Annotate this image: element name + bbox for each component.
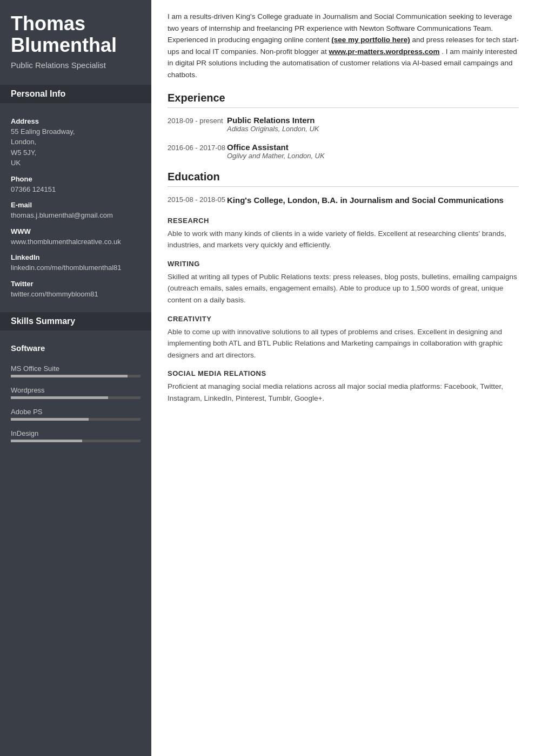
skill-name: InDesign [11,429,141,437]
candidate-title: Public Relations Specialist [11,60,141,71]
skill-item: InDesign [11,429,141,442]
skill-bar-bg [11,440,141,442]
skills-section: RESEARCH Able to work with many kinds of… [168,217,519,404]
edu-degree: King's College, London, B.A. in Journali… [227,194,519,206]
skill-name: Adobe PS [11,408,141,416]
software-section-header: Software [0,336,151,357]
email-label: E-mail [11,201,141,209]
skill-desc: Skilled at writing all types of Public R… [168,271,519,306]
education-section-title: Education [168,171,519,187]
portfolio-link[interactable]: (see my portfolio here) [331,36,410,44]
experience-section-title: Experience [168,92,519,108]
personal-info-section-header: Personal Info [0,85,151,103]
skill-bar-bg [11,396,141,399]
twitter-value: twitter.com/thommybloom81 [11,289,141,300]
skill-desc: Able to come up with innovative solution… [168,326,519,361]
exp-date: 2018-09 - present [168,116,227,133]
exp-org: Ogilvy and Mather, London, UK [227,152,519,160]
skill-desc: Proficient at managing social media rela… [168,381,519,404]
phone-label: Phone [11,175,141,183]
skill-item: MS Office Suite [11,364,141,377]
sidebar-header: Thomas Blumenthal Public Relations Speci… [0,0,151,79]
exp-date: 2016-06 - 2017-08 [168,143,227,160]
skill-name: MS Office Suite [11,364,141,373]
skill-name: Wordpress [11,386,141,394]
main-content: I am a results-driven King's College gra… [151,0,535,756]
skill-section-title: CREATIVITY [168,315,519,323]
www-value: www.thomblumenthalcreative.co.uk [11,237,141,247]
blog-link[interactable]: www.pr-matters.wordpress.com [329,48,439,56]
sidebar: Thomas Blumenthal Public Relations Speci… [0,0,151,756]
personal-info-content: Address 55 Ealing Broadway,London,W5 5JY… [0,103,151,307]
skill-detail-item: RESEARCH Able to work with many kinds of… [168,217,519,251]
education-section: Education 2015-08 - 2018-05 King's Colle… [168,171,519,206]
exp-role: Public Relations Intern [227,116,519,125]
skill-item: Wordpress [11,386,141,399]
experience-list: 2018-09 - present Public Relations Inter… [168,116,519,160]
intro-paragraph: I am a results-driven King's College gra… [168,11,519,81]
skill-bar-bg [11,418,141,421]
skill-detail-item: WRITING Skilled at writing all types of … [168,260,519,306]
skill-detail-item: CREATIVITY Able to come up with innovati… [168,315,519,361]
skill-desc: Able to work with many kinds of clients … [168,228,519,251]
experience-item: 2016-06 - 2017-08 Office Assistant Ogilv… [168,143,519,160]
skill-item: Adobe PS [11,408,141,421]
education-list: 2015-08 - 2018-05 King's College, London… [168,194,519,206]
exp-org: Adidas Originals, London, UK [227,125,519,133]
phone-value: 07366 124151 [11,184,141,195]
linkedin-label: LinkedIn [11,253,141,261]
exp-details: Office Assistant Ogilvy and Mather, Lond… [227,143,519,160]
linkedin-value: linkedin.com/me/thomblumenthal81 [11,262,141,273]
skill-bar-fill [11,396,108,399]
experience-item: 2018-09 - present Public Relations Inter… [168,116,519,133]
skill-bar-fill [11,375,128,377]
exp-details: Public Relations Intern Adidas Originals… [227,116,519,133]
skill-detail-item: SOCIAL MEDIA RELATIONS Proficient at man… [168,369,519,404]
address-label: Address [11,117,141,125]
www-label: WWW [11,227,141,235]
exp-role: Office Assistant [227,143,519,152]
skill-bar-bg [11,375,141,377]
address-value: 55 Ealing Broadway,London,W5 5JY,UK [11,126,141,168]
skills-summary-section-header: Skills Summary [0,312,151,330]
candidate-name: Thomas Blumenthal [11,13,141,56]
software-skills-list: MS Office Suite Wordpress Adobe PS InDes… [0,357,151,458]
skill-bar-fill [11,418,89,421]
education-item: 2015-08 - 2018-05 King's College, London… [168,194,519,206]
twitter-label: Twitter [11,280,141,288]
skill-bar-fill [11,440,82,442]
edu-details: King's College, London, B.A. in Journali… [227,194,519,206]
skills-detail-list: RESEARCH Able to work with many kinds of… [168,217,519,404]
email-value: thomas.j.blumenthal@gmail.com [11,210,141,221]
experience-section: Experience 2018-09 - present Public Rela… [168,92,519,160]
skill-section-title: SOCIAL MEDIA RELATIONS [168,369,519,377]
edu-date: 2015-08 - 2018-05 [168,194,227,206]
skill-section-title: RESEARCH [168,217,519,225]
skill-section-title: WRITING [168,260,519,268]
